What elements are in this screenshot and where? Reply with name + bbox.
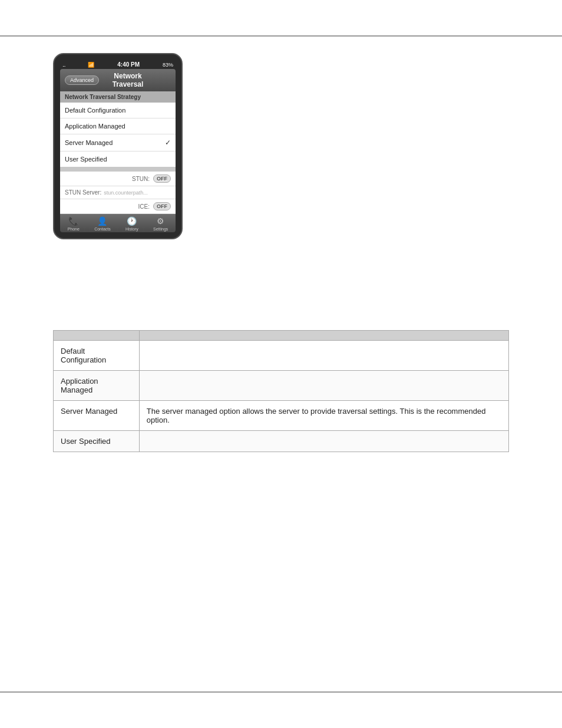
menu-list: Default Configuration Application Manage…: [60, 103, 176, 167]
table-cell-desc: The server managed option allows the ser…: [139, 401, 508, 431]
status-bar: ... 📶 4:40 PM 83%: [60, 60, 176, 69]
info-table-area: Default Configuration Application Manage…: [53, 330, 509, 452]
battery-indicator: 83%: [163, 62, 173, 68]
menu-item-label: Default Configuration: [65, 107, 125, 114]
ice-toggle[interactable]: OFF: [153, 202, 171, 210]
tab-settings-label: Settings: [153, 227, 168, 231]
table-row: Default Configuration: [54, 341, 509, 371]
settings-icon: ⚙: [157, 216, 164, 226]
screen-content: Network Traversal Strategy Default Confi…: [60, 91, 176, 214]
tab-history[interactable]: 🕐 History: [125, 216, 138, 231]
table-cell-label: User Specified: [54, 431, 140, 452]
ice-label: ICE:: [65, 203, 150, 210]
stun-setting-row: STUN: OFF: [60, 172, 176, 186]
section-header: Network Traversal Strategy: [60, 91, 176, 103]
tab-bar: 📞 Phone 👤 Contacts 🕐 History ⚙ Settings: [60, 214, 176, 232]
info-table: Default Configuration Application Manage…: [53, 330, 509, 452]
col-header-2: [139, 331, 508, 341]
page-rule-bottom: [0, 691, 562, 693]
stun-toggle[interactable]: OFF: [153, 174, 171, 183]
tab-contacts[interactable]: 👤 Contacts: [94, 216, 111, 231]
stun-server-value: stun.counterpath...: [104, 190, 148, 196]
stun-server-label: STUN Server:: [65, 189, 101, 196]
menu-item-application-managed[interactable]: Application Managed: [60, 118, 176, 134]
signal-icon: ...: [62, 62, 65, 68]
tab-history-label: History: [125, 227, 138, 231]
menu-item-label: Application Managed: [65, 123, 125, 130]
table-cell-label: Server Managed: [54, 401, 140, 431]
checkmark-icon: ✓: [165, 139, 171, 147]
page-rule-top: [0, 35, 562, 37]
ice-setting-row: ICE: OFF: [60, 199, 176, 214]
contacts-icon: 👤: [97, 216, 107, 226]
table-cell-desc: [139, 341, 508, 371]
stun-server-row: STUN Server: stun.counterpath...: [60, 186, 176, 199]
menu-item-default-config[interactable]: Default Configuration: [60, 103, 176, 118]
menu-item-user-specified[interactable]: User Specified: [60, 151, 176, 167]
tab-contacts-label: Contacts: [94, 227, 111, 231]
history-icon: 🕐: [127, 216, 137, 226]
nav-title: Network Traversal: [103, 72, 153, 88]
table-row: Server Managed The server managed option…: [54, 401, 509, 431]
section-gap: [60, 167, 176, 172]
stun-label: STUN:: [65, 176, 150, 182]
col-header-1: [54, 331, 140, 341]
menu-item-label: User Specified: [65, 156, 107, 163]
tab-phone[interactable]: 📞 Phone: [68, 216, 80, 231]
table-row: User Specified: [54, 431, 509, 452]
table-cell-label: Application Managed: [54, 371, 140, 401]
table-row: Application Managed: [54, 371, 509, 401]
phone-mockup: ... 📶 4:40 PM 83% Advanced Network Trave…: [53, 53, 183, 239]
table-cell-desc: [139, 431, 508, 452]
table-cell-desc: [139, 371, 508, 401]
tab-settings[interactable]: ⚙ Settings: [153, 216, 168, 231]
status-time: 4:40 PM: [117, 61, 140, 68]
menu-item-server-managed[interactable]: Server Managed ✓: [60, 134, 176, 151]
phone-icon: 📞: [68, 216, 78, 226]
tab-phone-label: Phone: [68, 227, 80, 231]
back-button[interactable]: Advanced: [65, 75, 99, 85]
nav-bar: Advanced Network Traversal: [60, 69, 176, 91]
table-cell-label: Default Configuration: [54, 341, 140, 371]
menu-item-label: Server Managed: [65, 139, 113, 146]
wifi-icon: 📶: [88, 62, 94, 68]
